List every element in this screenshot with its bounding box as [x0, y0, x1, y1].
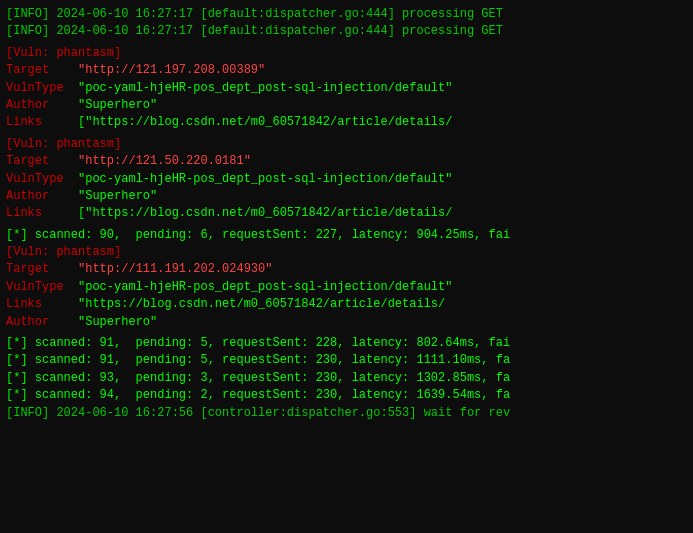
status-line-2: [*] scanned: 91, pending: 5, requestSent… [6, 335, 691, 352]
links-2: Links ["https://blog.csdn.net/m0_6057184… [6, 205, 691, 222]
status-line-3: [*] scanned: 91, pending: 5, requestSent… [6, 352, 691, 369]
author-2: Author "Superhero" [6, 188, 691, 205]
links-3: Links "https://blog.csdn.net/m0_60571842… [6, 296, 691, 313]
terminal-window: [INFO] 2024-06-10 16:27:17 [default:disp… [2, 4, 693, 533]
status-line-5: [*] scanned: 94, pending: 2, requestSent… [6, 387, 691, 404]
vulntype-1: VulnType "poc-yaml-hjeHR-pos_dept_post-s… [6, 80, 691, 97]
log-line-1: [INFO] 2024-06-10 16:27:17 [default:disp… [6, 6, 691, 23]
author-3: Author "Superhero" [6, 314, 691, 331]
vulntype-3: VulnType "poc-yaml-hjeHR-pos_dept_post-s… [6, 279, 691, 296]
author-1: Author "Superhero" [6, 97, 691, 114]
vulntype-2: VulnType "poc-yaml-hjeHR-pos_dept_post-s… [6, 171, 691, 188]
vuln-header-3: [Vuln: phantasm] [6, 244, 691, 261]
links-1: Links ["https://blog.csdn.net/m0_6057184… [6, 114, 691, 131]
status-line-1: [*] scanned: 90, pending: 6, requestSent… [6, 227, 691, 244]
log-line-2: [INFO] 2024-06-10 16:27:17 [default:disp… [6, 23, 691, 40]
target-3: Target "http://111.191.202.024930" [6, 261, 691, 278]
vuln-header-2: [Vuln: phantasm] [6, 136, 691, 153]
vuln-header-1: [Vuln: phantasm] [6, 45, 691, 62]
log-line-bottom: [INFO] 2024-06-10 16:27:56 [controller:d… [6, 405, 691, 422]
target-1: Target "http://121.197.208.00389" [6, 62, 691, 79]
target-2: Target "http://121.50.220.0181" [6, 153, 691, 170]
status-line-4: [*] scanned: 93, pending: 3, requestSent… [6, 370, 691, 387]
